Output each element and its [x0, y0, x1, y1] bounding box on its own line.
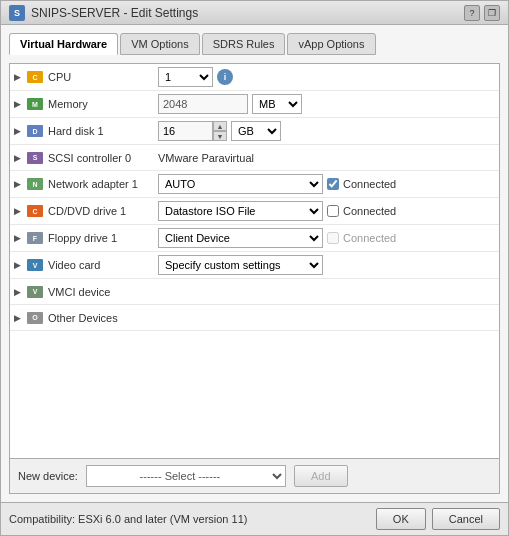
window-title: SNIPS-SERVER - Edit Settings: [31, 6, 198, 20]
tab-virtual-hardware[interactable]: Virtual Hardware: [9, 33, 118, 55]
compatibility-text: Compatibility: ESXi 6.0 and later (VM ve…: [9, 513, 247, 525]
cpu-icon: C: [26, 70, 44, 84]
main-window: S SNIPS-SERVER - Edit Settings ? ❐ Virtu…: [0, 0, 509, 536]
table-row: ▶ F Floppy drive 1 Client DeviceHost Dev…: [10, 225, 499, 252]
floppy-label: Floppy drive 1: [48, 232, 158, 244]
vmci-label: VMCI device: [48, 286, 158, 298]
cpu-select[interactable]: 1248: [158, 67, 213, 87]
floppy-select[interactable]: Client DeviceHost Device: [158, 228, 323, 248]
scsi-icon: S: [26, 151, 44, 165]
scsi-expander[interactable]: ▶: [14, 153, 26, 163]
memory-expander[interactable]: ▶: [14, 99, 26, 109]
cancel-button[interactable]: Cancel: [432, 508, 500, 530]
resize-button[interactable]: ❐: [484, 5, 500, 21]
vmci-expander[interactable]: ▶: [14, 287, 26, 297]
harddisk-expander[interactable]: ▶: [14, 126, 26, 136]
network-connected-checkbox[interactable]: [327, 178, 339, 190]
table-row: ▶ V VMCI device: [10, 279, 499, 305]
network-icon: N: [26, 177, 44, 191]
floppy-controls: Client DeviceHost Device Connected: [158, 228, 495, 248]
floppy-connected-checkbox: [327, 232, 339, 244]
tab-sdrs-rules[interactable]: SDRS Rules: [202, 33, 286, 55]
memory-controls: MBGB: [158, 94, 495, 114]
cddvd-select[interactable]: Datastore ISO FileClient DeviceHost Devi…: [158, 201, 323, 221]
tab-bar: Virtual Hardware VM Options SDRS Rules v…: [9, 33, 500, 55]
harddisk-label: Hard disk 1: [48, 125, 158, 137]
table-row: ▶ V Video card Specify custom settings: [10, 252, 499, 279]
other-expander[interactable]: ▶: [14, 313, 26, 323]
memory-icon: M: [26, 97, 44, 111]
harddisk-controls: ▲ ▼ GBTBMB: [158, 121, 495, 141]
table-row: ▶ N Network adapter 1 AUTOE1000VMXNET3 C…: [10, 171, 499, 198]
cpu-info-icon[interactable]: i: [217, 69, 233, 85]
table-row: ▶ C CPU 1248 i: [10, 64, 499, 91]
other-label: Other Devices: [48, 312, 158, 324]
scsi-value: VMware Paravirtual: [158, 152, 254, 164]
table-row: ▶ D Hard disk 1 ▲ ▼: [10, 118, 499, 145]
hardware-table: ▶ C CPU 1248 i ▶ M: [10, 64, 499, 458]
cddvd-label: CD/DVD drive 1: [48, 205, 158, 217]
new-device-section: New device: ------ Select ------ Add: [10, 458, 499, 493]
table-row: ▶ C CD/DVD drive 1 Datastore ISO FileCli…: [10, 198, 499, 225]
floppy-connected-label: Connected: [343, 232, 396, 244]
cddvd-connected-label: Connected: [343, 205, 396, 217]
scsi-label: SCSI controller 0: [48, 152, 158, 164]
videocard-select[interactable]: Specify custom settings: [158, 255, 323, 275]
floppy-expander[interactable]: ▶: [14, 233, 26, 243]
cpu-controls: 1248 i: [158, 67, 495, 87]
tab-vapp-options[interactable]: vApp Options: [287, 33, 375, 55]
network-controls: AUTOE1000VMXNET3 Connected: [158, 174, 495, 194]
new-device-select[interactable]: ------ Select ------: [86, 465, 286, 487]
hardware-panel: ▶ C CPU 1248 i ▶ M: [9, 63, 500, 494]
memory-input[interactable]: [158, 94, 248, 114]
new-device-label: New device:: [18, 470, 78, 482]
network-expander[interactable]: ▶: [14, 179, 26, 189]
tab-vm-options[interactable]: VM Options: [120, 33, 199, 55]
cddvd-controls: Datastore ISO FileClient DeviceHost Devi…: [158, 201, 495, 221]
network-label: Network adapter 1: [48, 178, 158, 190]
cpu-expander[interactable]: ▶: [14, 72, 26, 82]
harddisk-spinner: ▲ ▼: [158, 121, 227, 141]
title-bar: S SNIPS-SERVER - Edit Settings ? ❐: [1, 1, 508, 25]
videocard-icon: V: [26, 258, 44, 272]
table-row: ▶ O Other Devices: [10, 305, 499, 331]
harddisk-input[interactable]: [158, 121, 213, 141]
other-icon: O: [26, 311, 44, 325]
content-area: Virtual Hardware VM Options SDRS Rules v…: [1, 25, 508, 502]
table-row: ▶ S SCSI controller 0 VMware Paravirtual: [10, 145, 499, 171]
footer: Compatibility: ESXi 6.0 and later (VM ve…: [1, 502, 508, 535]
videocard-expander[interactable]: ▶: [14, 260, 26, 270]
memory-unit-select[interactable]: MBGB: [252, 94, 302, 114]
floppy-icon: F: [26, 231, 44, 245]
help-button[interactable]: ?: [464, 5, 480, 21]
cddvd-connected-checkbox[interactable]: [327, 205, 339, 217]
harddisk-icon: D: [26, 124, 44, 138]
videocard-controls: Specify custom settings: [158, 255, 495, 275]
videocard-label: Video card: [48, 259, 158, 271]
scsi-controls: VMware Paravirtual: [158, 152, 495, 164]
add-button[interactable]: Add: [294, 465, 348, 487]
memory-label: Memory: [48, 98, 158, 110]
harddisk-down-btn[interactable]: ▼: [213, 131, 227, 141]
table-row: ▶ M Memory MBGB: [10, 91, 499, 118]
harddisk-unit-select[interactable]: GBTBMB: [231, 121, 281, 141]
network-connected-label: Connected: [343, 178, 396, 190]
vmci-icon: V: [26, 285, 44, 299]
cddvd-expander[interactable]: ▶: [14, 206, 26, 216]
ok-button[interactable]: OK: [376, 508, 426, 530]
cddvd-icon: C: [26, 204, 44, 218]
network-select[interactable]: AUTOE1000VMXNET3: [158, 174, 323, 194]
cpu-label: CPU: [48, 71, 158, 83]
app-icon: S: [9, 5, 25, 21]
harddisk-up-btn[interactable]: ▲: [213, 121, 227, 131]
